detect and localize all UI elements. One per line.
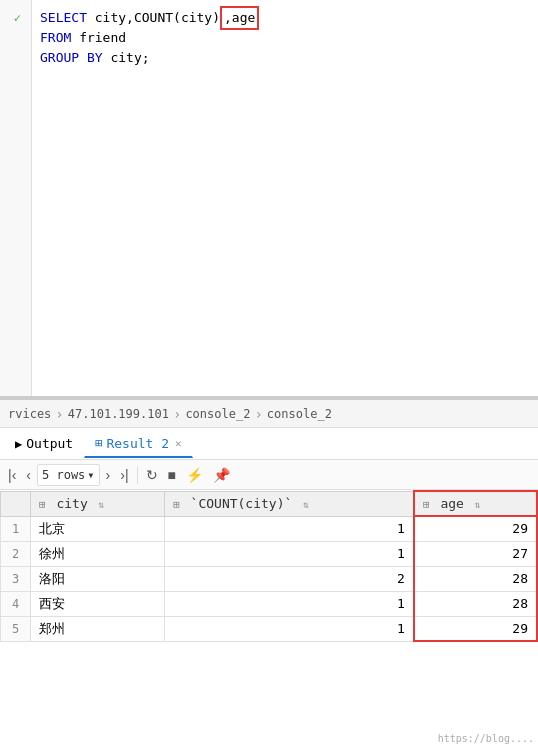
- cell-count: 2: [165, 566, 414, 591]
- sep3: ›: [254, 406, 262, 422]
- results-toolbar: |‹ ‹ 5 rows ▾ › ›| ↻ ■ ⚡ 📌: [0, 460, 538, 490]
- results-table: ⊞ city ⇅ ⊞ `COUNT(city)` ⇅ ⊞ age ⇅: [0, 490, 538, 642]
- table-icon-city: ⊞: [39, 498, 46, 511]
- cell-row-num: 3: [1, 566, 31, 591]
- checkmark-icon: ✓: [14, 11, 21, 25]
- sort-icon-age[interactable]: ⇅: [475, 499, 481, 510]
- tab-output[interactable]: ▶ Output: [4, 430, 84, 458]
- breadcrumb-db2: console_2: [267, 407, 332, 421]
- tab-output-label: Output: [26, 436, 73, 451]
- gutter-line-1: ✓: [14, 8, 27, 28]
- sort-icon-city[interactable]: ⇅: [99, 499, 105, 510]
- services-label: rvices: [8, 407, 51, 421]
- cell-age: 28: [414, 566, 537, 591]
- col-header-num: [1, 491, 31, 516]
- cell-row-num: 2: [1, 541, 31, 566]
- prev-page-button[interactable]: ‹: [22, 465, 35, 485]
- cell-age: 28: [414, 591, 537, 616]
- cell-city: 徐州: [31, 541, 165, 566]
- results-table-wrap: ⊞ city ⇅ ⊞ `COUNT(city)` ⇅ ⊞ age ⇅: [0, 490, 538, 746]
- rows-count-label: 5 rows: [42, 468, 85, 482]
- toolbar-separator: [137, 466, 138, 484]
- sep1: ›: [55, 406, 63, 422]
- tab-result2[interactable]: ⊞ Result 2 ✕: [84, 430, 192, 458]
- table-row: 1北京129: [1, 516, 538, 541]
- breadcrumb: rvices › 47.101.199.101 › console_2 › co…: [0, 400, 538, 428]
- sep2: ›: [173, 406, 181, 422]
- cell-city: 洛阳: [31, 566, 165, 591]
- cell-row-num: 1: [1, 516, 31, 541]
- filter-button[interactable]: ⚡: [182, 465, 207, 485]
- code-line-3: GROUP BY city;: [40, 48, 530, 68]
- col-count-label: `COUNT(city)`: [191, 496, 293, 511]
- sql-editor: ✓ SELECT city,COUNT(city),age FROM frien…: [0, 0, 538, 400]
- col-header-count[interactable]: ⊞ `COUNT(city)` ⇅: [165, 491, 414, 516]
- cell-age: 29: [414, 516, 537, 541]
- watermark: https://blog....: [438, 733, 534, 744]
- cell-city: 郑州: [31, 616, 165, 641]
- tab-result2-label: Result 2: [106, 436, 169, 451]
- play-icon: ▶: [15, 437, 22, 451]
- col-header-age[interactable]: ⊞ age ⇅: [414, 491, 537, 516]
- last-page-button[interactable]: ›|: [116, 465, 132, 485]
- cell-count: 1: [165, 516, 414, 541]
- code-table-name: friend: [79, 28, 126, 48]
- breadcrumb-db1: console_2: [185, 407, 250, 421]
- table-row: 3洛阳228: [1, 566, 538, 591]
- gutter-line-3: [23, 52, 27, 72]
- code-city-count: city,COUNT(city): [95, 8, 220, 28]
- rows-select[interactable]: 5 rows ▾: [37, 464, 100, 486]
- highlighted-age: ,age: [220, 6, 259, 30]
- cell-age: 27: [414, 541, 537, 566]
- table-icon-count: ⊞: [173, 498, 180, 511]
- refresh-button[interactable]: ↻: [142, 465, 162, 485]
- table-header-row: ⊞ city ⇅ ⊞ `COUNT(city)` ⇅ ⊞ age ⇅: [1, 491, 538, 516]
- code-line-1: SELECT city,COUNT(city),age: [40, 8, 530, 28]
- col-header-city[interactable]: ⊞ city ⇅: [31, 491, 165, 516]
- next-page-button[interactable]: ›: [102, 465, 115, 485]
- table-row: 4西安128: [1, 591, 538, 616]
- code-groupby-field: city;: [110, 48, 149, 68]
- tab-close-icon[interactable]: ✕: [175, 437, 182, 450]
- grid-icon: ⊞: [95, 436, 102, 450]
- cell-city: 西安: [31, 591, 165, 616]
- table-row: 5郑州129: [1, 616, 538, 641]
- keyword-group: GROUP BY: [40, 48, 110, 68]
- table-row: 2徐州127: [1, 541, 538, 566]
- first-page-button[interactable]: |‹: [4, 465, 20, 485]
- cell-count: 1: [165, 591, 414, 616]
- col-age-label: age: [440, 496, 463, 511]
- tabs-bar: ▶ Output ⊞ Result 2 ✕: [0, 428, 538, 460]
- results-section: rvices › 47.101.199.101 › console_2 › co…: [0, 400, 538, 746]
- col-city-label: city: [56, 496, 87, 511]
- stop-button[interactable]: ■: [164, 465, 180, 485]
- sort-icon-count[interactable]: ⇅: [303, 499, 309, 510]
- code-line-2: FROM friend: [40, 28, 530, 48]
- cell-city: 北京: [31, 516, 165, 541]
- cell-row-num: 4: [1, 591, 31, 616]
- keyword-select: SELECT: [40, 8, 95, 28]
- line-gutter: ✓: [0, 0, 32, 396]
- keyword-from: FROM: [40, 28, 79, 48]
- table-icon-age: ⊞: [423, 498, 430, 511]
- gutter-line-2: [23, 30, 27, 50]
- cell-row-num: 5: [1, 616, 31, 641]
- pin-button[interactable]: 📌: [209, 465, 234, 485]
- cell-count: 1: [165, 616, 414, 641]
- cell-age: 29: [414, 616, 537, 641]
- editor-content[interactable]: SELECT city,COUNT(city),age FROM friend …: [32, 0, 538, 396]
- cell-count: 1: [165, 541, 414, 566]
- rows-dropdown-icon: ▾: [87, 468, 94, 482]
- breadcrumb-ip: 47.101.199.101: [68, 407, 169, 421]
